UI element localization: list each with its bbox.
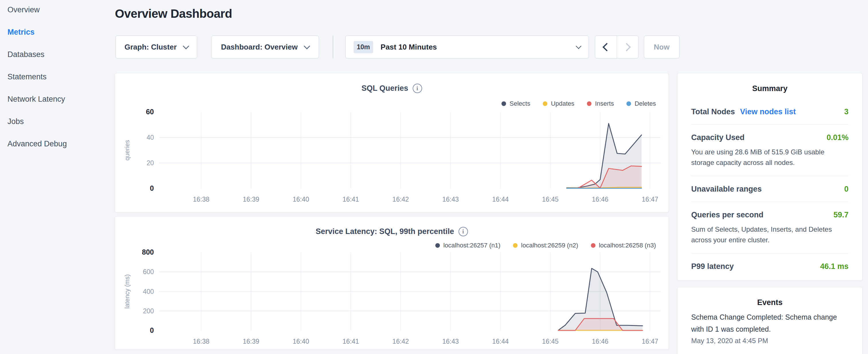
event-item: Schema Change Completed: Schema change w… (691, 311, 848, 345)
svg-text:0: 0 (150, 184, 154, 192)
svg-text:16:41: 16:41 (342, 338, 359, 345)
svg-text:16:45: 16:45 (542, 196, 559, 203)
chevron-down-icon (183, 43, 189, 49)
svg-text:queries: queries (124, 140, 131, 160)
summary-row-total-nodes: Total NodesView nodes list3 (691, 99, 848, 124)
svg-text:16:47: 16:47 (642, 338, 658, 345)
sidebar-item-overview[interactable]: Overview (7, 6, 115, 14)
service-latency-plot-area[interactable]: 16:3816:3916:4016:4116:4216:4316:4416:45… (115, 217, 669, 349)
svg-text:16:43: 16:43 (442, 338, 459, 345)
summary-row-queries-per-second: Queries per second59.7Sum of Selects, Up… (691, 202, 848, 253)
svg-text:16:41: 16:41 (342, 196, 359, 203)
next-range-button[interactable] (617, 36, 639, 58)
svg-text:16:42: 16:42 (392, 196, 409, 203)
summary-row-p99-latency: P99 latency46.1 ms (691, 253, 848, 279)
svg-text:16:44: 16:44 (492, 196, 509, 203)
sql-queries-chart-card: SQL Queries i SelectsUpdatesInsertsDelet… (115, 73, 669, 213)
dashboard-dropdown[interactable]: Dashboard: Overview (211, 35, 319, 58)
chevron-right-icon (622, 43, 631, 51)
sidebar-item-statements[interactable]: Statements (7, 73, 115, 81)
now-button-label: Now (654, 43, 670, 52)
toolbar-divider (333, 35, 333, 58)
summary-value: 59.7 (833, 211, 848, 219)
summary-description: You are using 28.6 MiB of 515.9 GiB usab… (691, 147, 848, 168)
svg-text:latency (ms): latency (ms) (124, 275, 131, 309)
events-title: Events (677, 287, 862, 307)
sidebar-item-metrics[interactable]: Metrics (7, 28, 115, 36)
graph-scope-dropdown[interactable]: Graph: Cluster (116, 35, 197, 58)
svg-text:20: 20 (147, 159, 154, 167)
sidebar-item-network-latency[interactable]: Network Latency (7, 95, 115, 103)
summary-title: Summary (677, 73, 862, 93)
view-nodes-link[interactable]: View nodes list (740, 107, 796, 116)
sidebar-item-databases[interactable]: Databases (7, 51, 115, 58)
summary-label: P99 latency (691, 262, 734, 271)
summary-description: Sum of Selects, Updates, Inserts, and De… (691, 224, 848, 245)
svg-text:0: 0 (150, 326, 154, 334)
chevron-down-icon (576, 43, 582, 49)
summary-value: 3 (844, 107, 848, 116)
summary-value: 0.01% (827, 133, 848, 142)
svg-text:600: 600 (143, 268, 154, 276)
svg-text:16:46: 16:46 (592, 338, 609, 345)
summary-row-unavailable-ranges: Unavailable ranges0 (691, 176, 848, 202)
sidebar: OverviewMetricsDatabasesStatementsNetwor… (0, 0, 115, 354)
sidebar-item-advanced-debug[interactable]: Advanced Debug (7, 140, 115, 148)
svg-text:40: 40 (147, 134, 154, 141)
svg-text:800: 800 (142, 248, 154, 256)
summary-label: Unavailable ranges (691, 185, 762, 194)
svg-text:16:43: 16:43 (442, 196, 459, 203)
svg-text:400: 400 (143, 288, 154, 295)
summary-row-capacity-used: Capacity Used0.01%You are using 28.6 MiB… (691, 124, 848, 176)
summary-label: Total Nodes (691, 107, 735, 116)
svg-text:16:42: 16:42 (392, 338, 409, 345)
summary-panel: Summary Total NodesView nodes list3Capac… (677, 73, 863, 281)
svg-text:16:38: 16:38 (193, 196, 210, 203)
time-range-selector[interactable]: 10m Past 10 Minutes (345, 35, 589, 58)
time-range-badge: 10m (353, 41, 373, 53)
svg-text:16:45: 16:45 (542, 338, 559, 345)
sidebar-item-jobs[interactable]: Jobs (7, 118, 115, 125)
svg-text:16:44: 16:44 (492, 338, 509, 345)
summary-label: Capacity Used (691, 133, 744, 142)
graph-scope-label: Graph: Cluster (124, 43, 177, 52)
svg-text:16:46: 16:46 (592, 196, 609, 203)
chevron-down-icon (304, 43, 310, 49)
svg-text:16:47: 16:47 (642, 196, 658, 203)
metrics-page: { "sidebar": { "items": [ {"label": "Ove… (0, 0, 868, 354)
events-panel: Events Schema Change Completed: Schema c… (677, 287, 863, 354)
svg-text:16:40: 16:40 (292, 338, 309, 345)
event-text: Schema Change Completed: Schema change w… (691, 311, 848, 335)
now-button[interactable]: Now (644, 35, 679, 58)
summary-label: Queries per second (691, 211, 764, 219)
svg-text:60: 60 (146, 108, 154, 116)
summary-value: 46.1 ms (820, 262, 848, 271)
svg-text:16:38: 16:38 (193, 338, 210, 345)
service-latency-chart-card: Service Latency: SQL, 99th percentile i … (115, 216, 669, 350)
svg-text:200: 200 (143, 307, 154, 315)
prev-range-button[interactable] (595, 36, 617, 58)
time-range-label: Past 10 Minutes (380, 43, 569, 52)
svg-text:16:39: 16:39 (243, 196, 259, 203)
events-list: Schema Change Completed: Schema change w… (677, 307, 862, 345)
page-title: Overview Dashboard (115, 7, 232, 21)
summary-value: 0 (844, 185, 848, 194)
svg-text:16:40: 16:40 (292, 196, 309, 203)
time-range-nav (595, 35, 639, 58)
summary-rows: Total NodesView nodes list3Capacity Used… (677, 93, 862, 279)
dashboard-label: Dashboard: Overview (221, 43, 298, 52)
sidebar-nav-list: OverviewMetricsDatabasesStatementsNetwor… (0, 0, 115, 148)
event-timestamp: May 13, 2020 at 4:45 PM (691, 337, 848, 345)
chevron-left-icon (602, 43, 611, 51)
sql-queries-plot-area[interactable]: 16:3816:3916:4016:4116:4216:4316:4416:45… (115, 73, 669, 212)
svg-text:16:39: 16:39 (243, 338, 259, 345)
